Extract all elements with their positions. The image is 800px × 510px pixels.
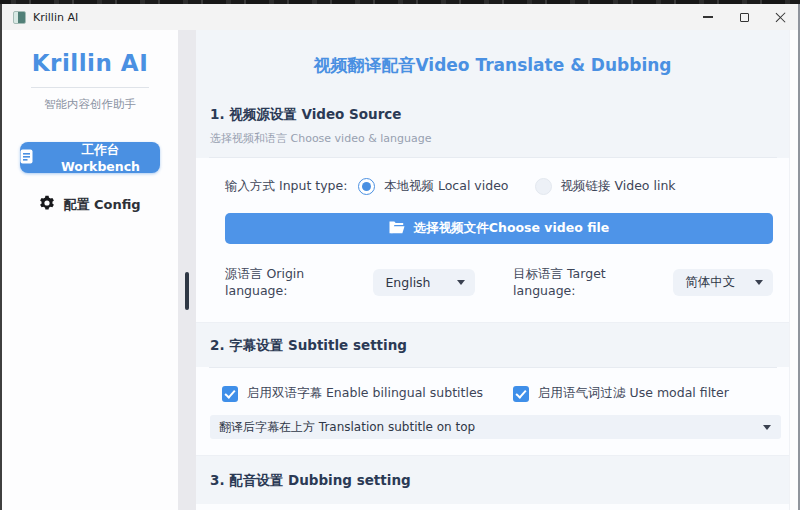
checkbox-checked-icon <box>222 386 238 402</box>
video-source-card: 输入方式 Input type: 本地视频 Local video 视频链接 V… <box>196 158 789 322</box>
video-source-subheading: 选择视频和语言 Choose video & language <box>210 131 789 146</box>
subtitle-position-select[interactable]: 翻译后字幕在上方 Translation subtitle on top <box>210 415 781 439</box>
language-row: 源语言 Origin language: English 目标语言 Target… <box>225 266 773 298</box>
radio-selected-icon <box>358 178 375 195</box>
gear-icon <box>39 195 55 214</box>
checkbox-row: 启用双语字幕 Enable bilingual subtitles 启用语气词过… <box>222 385 789 402</box>
checkbox-checked-icon <box>513 386 529 402</box>
folder-open-icon <box>389 221 405 237</box>
origin-language-label: 源语言 Origin language: <box>225 266 363 298</box>
dubbing-setting-header-band: 3. 配音设置 Dubbing setting <box>196 455 789 504</box>
checkbox-modal-filter[interactable]: 启用语气词过滤 Use modal filter <box>513 385 729 402</box>
divider <box>31 87 149 88</box>
radio-local-video-label: 本地视频 Local video <box>384 178 509 195</box>
radio-unselected-icon <box>535 178 552 195</box>
origin-language-select[interactable]: English <box>373 269 475 296</box>
close-icon <box>775 12 786 23</box>
chevron-down-icon <box>457 280 465 285</box>
window-controls <box>690 4 798 30</box>
chevron-down-icon <box>763 425 771 430</box>
choose-file-label: 选择视频文件Choose video file <box>414 220 609 237</box>
target-language-value: 简体中文 <box>685 274 735 291</box>
video-source-header-band: 视频翻译配音Video Translate & Dubbing 1. 视频源设置… <box>196 30 789 158</box>
app-tagline: 智能内容创作助手 <box>2 97 178 112</box>
dubbing-setting-card <box>196 504 789 510</box>
main-scrollbar-track[interactable] <box>789 30 798 510</box>
target-language-label: 目标语言 Target language: <box>513 266 664 298</box>
subtitle-setting-card: 启用双语字幕 Enable bilingual subtitles 启用语气词过… <box>196 368 789 455</box>
subtitle-setting-heading: 2. 字幕设置 Subtitle setting <box>210 337 789 355</box>
chevron-down-icon <box>755 280 763 285</box>
workbench-label: 工作台 Workbench <box>41 142 160 174</box>
radio-video-link[interactable]: 视频链接 Video link <box>535 178 676 195</box>
sidebar-item-config[interactable]: 配置 Config <box>2 195 178 214</box>
input-type-row: 输入方式 Input type: 本地视频 Local video 视频链接 V… <box>225 178 789 195</box>
modal-filter-label: 启用语气词过滤 Use modal filter <box>538 385 729 402</box>
sidebar: Krillin AI 智能内容创作助手 工作台 Workbench 配置 Con… <box>2 30 178 510</box>
main-content: 视频翻译配音Video Translate & Dubbing 1. 视频源设置… <box>196 30 798 510</box>
minimize-icon <box>703 16 713 17</box>
target-language-select[interactable]: 简体中文 <box>673 269 773 296</box>
config-label: 配置 Config <box>63 196 140 214</box>
bilingual-subtitles-label: 启用双语字幕 Enable bilingual subtitles <box>247 385 483 402</box>
document-icon <box>20 149 33 167</box>
input-type-label: 输入方式 Input type: <box>225 178 358 195</box>
radio-video-link-label: 视频链接 Video link <box>561 178 676 195</box>
maximize-icon <box>740 13 749 22</box>
video-source-heading: 1. 视频源设置 Video Source <box>210 106 789 124</box>
scrollbar-thumb[interactable] <box>185 272 189 310</box>
choose-video-file-button[interactable]: 选择视频文件Choose video file <box>225 213 773 244</box>
checkbox-bilingual-subtitles[interactable]: 启用双语字幕 Enable bilingual subtitles <box>222 385 483 402</box>
minimize-button[interactable] <box>690 4 726 30</box>
origin-language-value: English <box>385 275 430 290</box>
window-body: Krillin AI 智能内容创作助手 工作台 Workbench 配置 Con… <box>0 30 800 510</box>
maximize-button[interactable] <box>726 4 762 30</box>
titlebar: Krillin AI <box>0 4 800 30</box>
window-title: Krillin AI <box>33 11 78 24</box>
sidebar-scrollbar-track[interactable] <box>178 30 196 510</box>
app-logo: Krillin AI <box>2 50 178 76</box>
close-button[interactable] <box>762 4 798 30</box>
radio-local-video[interactable]: 本地视频 Local video <box>358 178 509 195</box>
page-title: 视频翻译配音Video Translate & Dubbing <box>196 30 789 77</box>
sidebar-item-workbench[interactable]: 工作台 Workbench <box>20 142 160 173</box>
subtitle-setting-header-band: 2. 字幕设置 Subtitle setting <box>196 322 789 367</box>
subtitle-position-value: 翻译后字幕在上方 Translation subtitle on top <box>219 419 475 436</box>
dubbing-setting-heading: 3. 配音设置 Dubbing setting <box>210 472 789 490</box>
app-icon <box>13 11 26 24</box>
